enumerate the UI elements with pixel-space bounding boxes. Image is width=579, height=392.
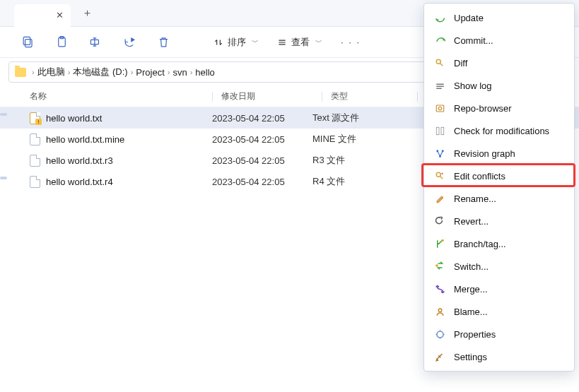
file-icon (30, 176, 40, 188)
settings-icon (434, 351, 445, 362)
svg-point-14 (441, 239, 443, 241)
diff-icon (434, 57, 445, 69)
file-icon (30, 112, 40, 124)
chevron-right-icon: › (168, 68, 170, 76)
header-date[interactable]: 修改日期 (221, 90, 322, 102)
svg-point-17 (437, 331, 443, 338)
more-button[interactable]: · · · (341, 37, 361, 47)
menu-item-showlog[interactable]: Show log (424, 74, 574, 97)
update-icon (434, 12, 445, 23)
menu-item-update[interactable]: Update (424, 6, 574, 29)
menu-item-switch[interactable]: Switch... (424, 255, 574, 278)
view-label: 查看 (291, 36, 310, 49)
blame-icon (434, 306, 445, 317)
breadcrumb-part[interactable]: hello (195, 67, 214, 78)
svg-rect-15 (435, 264, 438, 266)
breadcrumb-part[interactable]: svn (172, 67, 187, 78)
file-type: R4 文件 (312, 175, 399, 188)
breadcrumb-part[interactable]: 本地磁盘 (D:) (73, 66, 127, 78)
file-type: R3 文件 (312, 154, 399, 167)
paste-icon[interactable] (54, 35, 69, 50)
menu-item-label: Edit conflicts (454, 171, 505, 182)
file-date: 2023-05-04 22:05 (212, 155, 312, 166)
menu-item-label: Revision graph (454, 148, 515, 159)
svg-point-13 (436, 172, 440, 177)
rename-icon[interactable] (88, 35, 103, 50)
menu-item-branchtag[interactable]: Branch/tag... (424, 232, 574, 255)
menu-item-rename[interactable]: Rename... (424, 187, 574, 210)
menu-item-label: Blame... (454, 307, 488, 317)
merge-icon (434, 283, 445, 295)
sort-button[interactable]: 排序 ﹀ (214, 36, 259, 49)
branch-icon (434, 238, 445, 249)
chevron-down-icon: ﹀ (315, 37, 322, 47)
svg-rect-9 (441, 127, 444, 135)
file-date: 2023-05-04 22:05 (212, 177, 312, 187)
menu-item-merge[interactable]: Merge... (424, 278, 574, 300)
menu-item-label: Update (454, 13, 484, 23)
log-icon (434, 80, 445, 91)
menu-item-label: Repo-browser (454, 103, 512, 114)
file-date: 2023-05-04 22:05 (212, 134, 312, 145)
chevron-right-icon: › (68, 68, 71, 76)
file-name: hello world.txt.r4 (46, 177, 113, 187)
close-tab-icon[interactable]: ✕ (56, 10, 64, 20)
menu-item-blame[interactable]: Blame... (424, 300, 574, 323)
rename-icon (434, 193, 445, 204)
menu-item-label: Check for modifications (454, 126, 549, 136)
sort-label: 排序 (228, 36, 246, 49)
file-type: Text 源文件 (312, 112, 399, 124)
menu-item-label: Properties (454, 329, 496, 340)
menu-item-label: Diff (454, 58, 467, 69)
menu-item-checkmods[interactable]: Check for modifications (424, 119, 574, 142)
svg-rect-0 (25, 40, 32, 47)
svg-rect-1 (23, 37, 30, 44)
menu-item-revert[interactable]: Revert... (424, 210, 574, 232)
repo-icon (434, 102, 445, 114)
file-date: 2023-05-04 22:05 (212, 113, 312, 124)
menu-item-revgraph[interactable]: Revision graph (424, 142, 574, 165)
chevron-down-icon: ﹀ (252, 37, 259, 47)
editconf-icon (434, 170, 445, 182)
header-type[interactable]: 类型 (331, 90, 417, 102)
breadcrumb-part[interactable]: Project (136, 67, 164, 78)
nav-collapse-handle[interactable] (0, 113, 7, 116)
menu-item-diff[interactable]: Diff (424, 52, 574, 74)
active-tab[interactable]: ✕ (14, 4, 71, 27)
commit-icon (434, 35, 445, 46)
switch-icon (434, 261, 445, 272)
copy-icon[interactable] (20, 35, 35, 50)
file-type: MINE 文件 (312, 133, 399, 145)
header-name[interactable]: 名称 (30, 90, 212, 102)
menu-item-label: Rename... (454, 194, 496, 204)
svg-point-5 (436, 59, 440, 64)
file-name: hello world.txt.mine (46, 134, 124, 145)
svg-rect-8 (436, 127, 439, 135)
delete-icon[interactable] (156, 35, 171, 50)
context-menu: UpdateCommit...DiffShow logRepo-browserC… (423, 3, 575, 372)
menu-item-commit[interactable]: Commit... (424, 29, 574, 52)
folder-icon (15, 68, 26, 77)
file-name: hello world.txt (46, 113, 102, 124)
menu-item-label: Branch/tag... (454, 239, 506, 249)
breadcrumb-part[interactable]: 此电脑 (37, 66, 65, 78)
new-tab-button[interactable]: ＋ (82, 6, 93, 20)
menu-item-label: Merge... (454, 284, 488, 295)
menu-item-properties[interactable]: Properties (424, 323, 574, 345)
svg-point-16 (438, 309, 442, 312)
menu-item-editconf[interactable]: Edit conflicts (424, 165, 574, 187)
chevron-right-icon: › (190, 68, 193, 76)
view-button[interactable]: 查看 ﹀ (277, 36, 322, 49)
svg-rect-6 (436, 105, 444, 112)
chevron-right-icon: › (131, 68, 134, 76)
menu-item-label: Settings (454, 352, 487, 362)
share-icon[interactable] (122, 35, 137, 50)
check-icon (434, 125, 445, 136)
menu-item-label: Revert... (454, 216, 489, 227)
revert-icon (434, 215, 445, 227)
graph-icon (434, 148, 445, 159)
menu-item-settings[interactable]: Settings (424, 345, 574, 368)
nav-collapse-handle[interactable] (0, 177, 7, 179)
menu-item-label: Commit... (454, 35, 493, 46)
menu-item-repobrowser[interactable]: Repo-browser (424, 97, 574, 119)
